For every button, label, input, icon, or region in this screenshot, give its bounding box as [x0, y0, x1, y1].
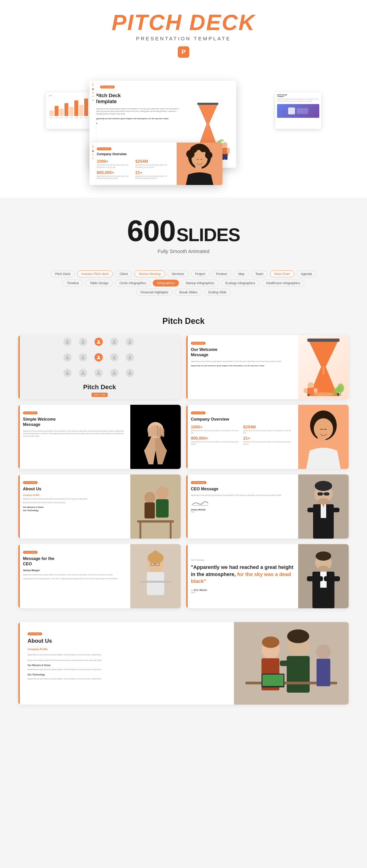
nav-dot-3 [92, 96, 94, 97]
tag-healthcare-infographics[interactable]: Healthcare Infographics [262, 280, 304, 286]
person-icon-2 [79, 338, 87, 346]
company-stat-800k: 800,000+ Apparently we had reached a gre… [191, 436, 241, 445]
tag-device-mockup[interactable]: Device Mockup [134, 271, 165, 277]
main-title: PITCH DECK [5, 11, 362, 33]
ceo-quote-inner: CEO Message "Apparently we had reached a… [186, 544, 349, 608]
slide-preview-section: Chart Jan 1 Jan 2 Jan 3 Jan 4 Jan 5 [0, 69, 367, 197]
svg-rect-69 [156, 499, 169, 518]
slide-preview-container: Chart Jan 1 Jan 2 Jan 3 Jan 4 Jan 5 [46, 74, 321, 184]
msg-ceo-title: Message for theCEO [23, 556, 126, 567]
slides-label: SLIDES [176, 225, 240, 245]
bottom-nav-3 [92, 157, 94, 159]
stat-1000: 1000+ Apparently we had reached a great … [97, 159, 134, 168]
bottom-slide-image [177, 143, 223, 185]
about-large-illustration [234, 622, 349, 705]
svg-rect-116 [316, 659, 330, 686]
tag-infographics[interactable]: Infographics [153, 280, 179, 286]
message-ceo-content: PITCH DECK Message for theCEO Jemmy Morg… [18, 544, 130, 608]
company-title: Company Overview [191, 417, 293, 422]
person-icon-14 [110, 369, 118, 377]
nav-dot-1 [92, 88, 94, 90]
main-slide-body: Apparently we had reached a great height… [95, 107, 180, 115]
tag-break-slides[interactable]: Break Slides [175, 289, 202, 296]
svg-point-98 [318, 566, 329, 572]
ceo-signature-area: Jimmy Michael CEO [191, 500, 293, 513]
company-stat-254m: $254M Apparently we had reached a great … [243, 425, 293, 434]
tags-container[interactable]: Pitch Deck Investor Pitch deck Client De… [46, 271, 321, 296]
quote-orange-part: for the sky was a dead black" [191, 571, 291, 584]
tag-table-design[interactable]: Table Design [86, 280, 113, 286]
svg-rect-67 [130, 474, 181, 539]
svg-point-80 [315, 481, 332, 491]
svg-point-35 [129, 371, 131, 373]
svg-rect-52 [151, 426, 153, 437]
about-us-inner: PITCH DECK About Us Company Profile Appa… [18, 474, 181, 539]
slide-card-welcome: PITCH DECK Our WelcomeMessage Apparently… [186, 335, 349, 399]
stat-num-2: $254M [135, 159, 172, 164]
company-num-3: 800,000+ [191, 436, 241, 441]
tag-investor-pitch-deck[interactable]: Investor Pitch deck [77, 271, 113, 277]
about-us-title: About Us [23, 486, 126, 492]
tag-services[interactable]: Services [167, 271, 189, 277]
person-icon-9 [110, 353, 118, 362]
ceo-title: CEO Message [191, 486, 293, 492]
tag-project[interactable]: Project [191, 271, 210, 277]
tag-ecology-infographics[interactable]: Ecology Infographics [221, 280, 260, 286]
stat-254m: $254M Apparently we had reached a great … [135, 159, 172, 168]
about-large-technology-body: Apparently we had reached a great height… [28, 677, 225, 681]
person-icon-6 [63, 353, 72, 362]
tag-product[interactable]: Product [212, 271, 231, 277]
slide-card-message-ceo: PITCH DECK Message for theCEO Jemmy Morg… [18, 544, 181, 608]
company-woman-illustration [298, 405, 349, 469]
tag-team[interactable]: Team [251, 271, 268, 277]
svg-point-34 [113, 371, 115, 373]
svg-rect-83 [307, 508, 321, 512]
tag-circle-infographics[interactable]: Circle Infographics [115, 280, 150, 286]
tag-startup-infographics[interactable]: Startup Infographics [181, 280, 219, 286]
tag-pitch-deck[interactable]: Pitch Deck [51, 271, 75, 277]
company-overview-slide-preview: LOGO PITCH DECK Company Overview 1000+ A… [89, 143, 223, 185]
cover-card-inner: Pitch Deck 2023 / JAN [18, 335, 181, 399]
tag-ending-slide[interactable]: Ending Slide [204, 289, 231, 296]
svg-point-70 [144, 492, 155, 503]
tag-data-chart[interactable]: Data Chart [270, 271, 294, 277]
svg-point-19 [190, 146, 197, 153]
ceo-role: CEO [191, 511, 293, 513]
about-us-image [130, 474, 181, 539]
slides-animated-text: Fully Smooth Animated [9, 248, 358, 254]
about-large-title: About Us [28, 638, 225, 644]
simple-welcome-title: Simple WelcomeMessage [23, 417, 126, 428]
msg-ceo-author: Jemmy Morgen [23, 569, 126, 571]
ceo-message-content: CEO Message CEO Message Apparently we ha… [186, 474, 298, 539]
quote-author: — Eric Martin [191, 589, 293, 591]
stat-num-4: 21+ [135, 170, 172, 175]
svg-rect-39 [323, 366, 324, 374]
tag-client[interactable]: Client [115, 271, 132, 277]
msg-ceo-illustration [130, 544, 181, 608]
person-icon-3 [94, 338, 103, 346]
svg-rect-73 [139, 523, 141, 539]
ceo-body: Apparently we had reached a great height… [191, 494, 293, 496]
main-slide-bold: Apparently we had reached a great height… [95, 117, 180, 120]
tag-agenda[interactable]: Agenda [297, 271, 316, 277]
svg-point-33 [98, 371, 100, 373]
welcome-card-title: Our WelcomeMessage [191, 347, 293, 358]
svg-point-7 [222, 142, 228, 148]
svg-rect-111 [287, 660, 305, 665]
svg-point-29 [113, 356, 115, 358]
tag-timeline[interactable]: Timeline [63, 280, 83, 286]
person-icon-1 [63, 338, 72, 346]
svg-point-92 [152, 551, 159, 557]
tag-financial-highlights[interactable]: Financial Highlights [136, 289, 173, 296]
svg-point-28 [98, 356, 100, 358]
company-num-1: 1000+ [191, 425, 241, 430]
about-us-large-content: PITCH DECK About Us Company Profile Appa… [18, 622, 234, 705]
svg-rect-56 [162, 429, 164, 437]
svg-point-27 [82, 356, 84, 358]
about-us-large-image [234, 622, 349, 705]
signature-svg [191, 500, 209, 507]
svg-point-23 [98, 340, 100, 342]
stat-desc-1: Apparently we had reached a great height… [97, 164, 134, 168]
slide-card-company-overview: PITCH DECK Company Overview 1000+ Appare… [186, 405, 349, 469]
tag-map[interactable]: Map [234, 271, 249, 277]
